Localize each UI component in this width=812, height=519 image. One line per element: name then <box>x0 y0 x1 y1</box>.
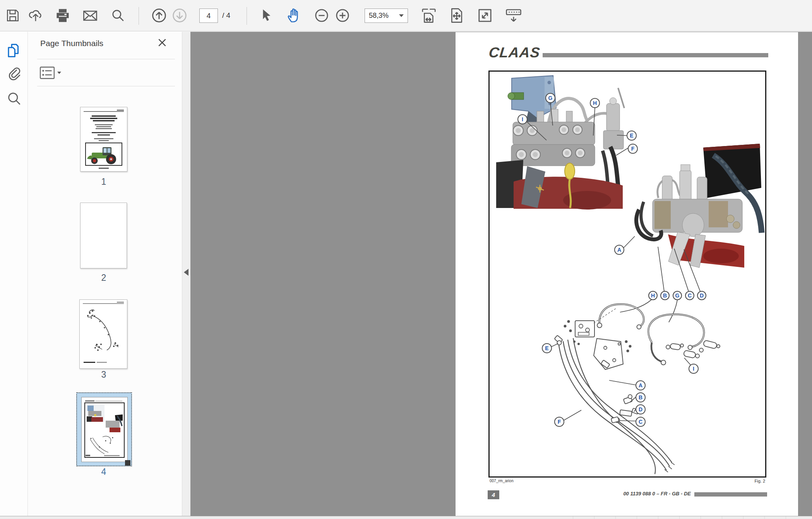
zoom-in-button[interactable] <box>334 7 351 24</box>
previous-page-button[interactable] <box>151 7 167 24</box>
search-icon <box>111 8 125 23</box>
page-thumbnails-icon <box>6 43 22 59</box>
svg-text:G: G <box>675 292 680 299</box>
page-total-label: / 4 <box>222 11 230 20</box>
callout-diagram-E: E <box>542 344 552 353</box>
search-button[interactable] <box>111 8 125 23</box>
figure-frame: G H I E F A H B G C D E I A B <box>488 70 766 478</box>
callout-row-H: H <box>649 291 657 300</box>
zoom-out-button[interactable] <box>313 7 330 24</box>
select-tool-button[interactable] <box>259 8 273 23</box>
callout-F: F <box>628 144 637 153</box>
sidebar-splitter[interactable] <box>182 32 190 516</box>
fit-page-button[interactable] <box>448 7 465 24</box>
save-button[interactable] <box>5 8 20 23</box>
pdf-viewer-window: / 4 58,3% <box>0 0 812 519</box>
email-button[interactable] <box>82 8 98 23</box>
thumbnail-3-label: 3 <box>73 369 135 380</box>
callout-row-C: C <box>685 291 694 300</box>
panel-close-button[interactable] <box>156 37 168 49</box>
hide-toolbar-button[interactable] <box>505 7 522 24</box>
fit-width-icon <box>420 7 437 24</box>
svg-text:B: B <box>663 292 667 299</box>
zoom-level-value: 58,3% <box>369 12 389 20</box>
paperclip-icon <box>6 66 22 82</box>
search-icon <box>6 91 22 107</box>
svg-text:I: I <box>693 366 694 372</box>
thumbnail-page-2[interactable] <box>80 203 127 268</box>
page-down-icon <box>171 7 188 24</box>
thumbnail-1-label: 1 <box>73 177 135 187</box>
svg-text:A: A <box>639 382 642 388</box>
rail-page-thumbnails-button[interactable] <box>5 43 22 60</box>
figure-number-label: Fig. 2 <box>722 479 765 483</box>
callout-A: A <box>615 245 624 254</box>
page-number-input[interactable] <box>199 9 218 23</box>
upload-cloud-icon <box>28 8 43 23</box>
toolbar: / 4 58,3% <box>0 0 812 31</box>
toolbar-separator <box>247 7 247 25</box>
callout-I: I <box>518 115 527 124</box>
callout-H: H <box>590 98 600 108</box>
callout-G: G <box>546 93 555 103</box>
callout-diagram-A: A <box>636 381 645 390</box>
svg-text:F: F <box>558 419 561 425</box>
thumbnail-4-page <box>81 397 128 462</box>
fit-page-icon <box>448 7 465 24</box>
document-canvas[interactable]: CLAAS <box>190 32 812 516</box>
callout-diagram-B: B <box>636 393 645 402</box>
callout-diagram-D: D <box>636 405 645 414</box>
thumbnail-3-preview <box>80 300 127 368</box>
rail-attachments-button[interactable] <box>5 66 22 83</box>
upload-button[interactable] <box>28 8 43 23</box>
thumbnail-page-4-selected[interactable] <box>76 392 132 466</box>
page-up-icon <box>151 7 167 24</box>
fullscreen-button[interactable] <box>477 7 493 24</box>
thumbnail-options-button[interactable] <box>39 65 63 81</box>
sidebar-rail <box>0 32 28 516</box>
document-reference: 00 1139 088 0 – FR - GB - DE <box>610 491 691 497</box>
select-cursor-icon <box>259 8 273 23</box>
claas-logo: CLAAS <box>488 45 541 61</box>
callout-diagram-I: I <box>689 364 698 373</box>
svg-text:F: F <box>631 146 635 152</box>
thumbnail-4-label: 4 <box>73 467 135 477</box>
callout-row-G: G <box>673 291 682 300</box>
hand-tool-button[interactable] <box>286 7 303 24</box>
zoom-in-icon <box>334 7 351 24</box>
svg-text:D: D <box>639 406 642 412</box>
zoom-out-icon <box>313 7 330 24</box>
zoom-level-dropdown[interactable]: 58,3% <box>365 9 408 23</box>
panel-divider <box>37 86 175 86</box>
callout-row-B: B <box>661 291 669 300</box>
svg-text:E: E <box>545 345 548 351</box>
toolbar-separator <box>139 7 139 25</box>
sidebar-collapse-handle[interactable] <box>184 269 188 276</box>
print-icon <box>55 8 70 23</box>
options-list-icon <box>39 66 55 79</box>
figure-file-code: 007_rm_arion <box>490 479 514 483</box>
next-page-button[interactable] <box>171 7 188 24</box>
hide-toolbar-icon <box>505 7 522 24</box>
svg-text:H: H <box>593 100 597 106</box>
thumbnail-page-1[interactable] <box>80 107 127 172</box>
page-thumbnails-panel: Page Thumbnails <box>28 32 182 516</box>
svg-text:C: C <box>639 419 642 425</box>
panel-divider <box>37 59 175 59</box>
svg-text:E: E <box>630 132 633 139</box>
print-button[interactable] <box>55 8 70 23</box>
pdf-page[interactable]: CLAAS <box>456 32 798 516</box>
thumbnail-page-3[interactable] <box>79 299 127 369</box>
rail-search-button[interactable] <box>5 91 22 108</box>
window-bottom-edge <box>0 516 812 519</box>
footer-rule-bar <box>694 492 767 497</box>
chevron-down-icon <box>57 72 61 74</box>
thumbnail-1-preview <box>81 107 127 171</box>
thumbnail-4-preview <box>82 397 127 462</box>
callout-diagram-F: F <box>555 417 564 426</box>
svg-text:C: C <box>688 292 692 299</box>
email-icon <box>82 8 98 23</box>
fit-width-button[interactable] <box>420 7 437 24</box>
svg-text:A: A <box>617 247 621 253</box>
svg-text:I: I <box>522 116 523 122</box>
